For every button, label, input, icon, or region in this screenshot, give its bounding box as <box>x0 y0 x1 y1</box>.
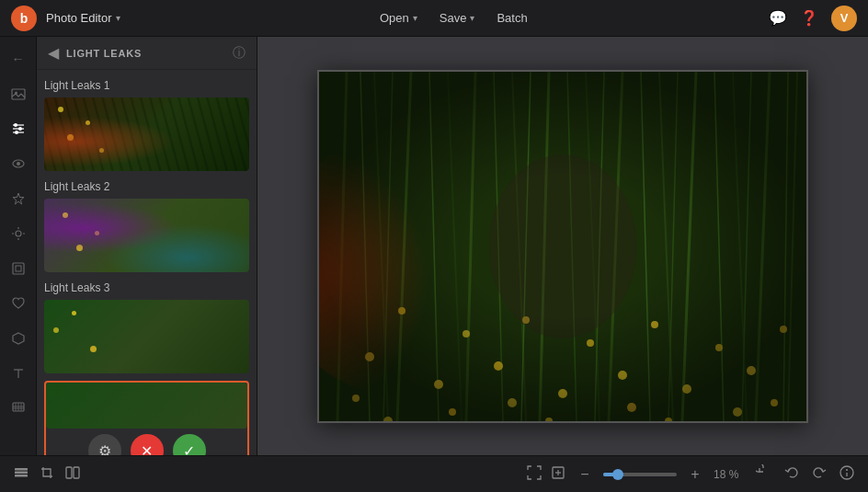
save-chevron-icon: ▾ <box>470 13 474 23</box>
svg-rect-16 <box>13 263 24 274</box>
help-icon[interactable]: ❓ <box>800 9 818 27</box>
topbar-center: Open ▾ Save ▾ Batch <box>139 11 769 25</box>
svg-marker-18 <box>13 333 24 344</box>
iconbar-image[interactable] <box>4 79 33 109</box>
iconbar-eye[interactable] <box>4 149 33 178</box>
iconbar-effects[interactable] <box>4 219 33 248</box>
panel-title: LIGHT LEAKS <box>66 48 225 59</box>
svg-rect-83 <box>66 467 72 478</box>
panel-info-button[interactable]: ⓘ <box>233 45 246 62</box>
chat-icon[interactable]: 💬 <box>769 9 787 27</box>
bottom-right-icons <box>756 464 855 484</box>
filter-thumb-4 <box>46 383 247 429</box>
redo-icon[interactable] <box>811 464 828 484</box>
open-button[interactable]: Open ▾ <box>380 11 417 25</box>
iconbar-shape[interactable] <box>4 324 33 353</box>
filter-thumb-2 <box>44 199 249 272</box>
canvas-area <box>257 37 868 455</box>
info-circle-icon[interactable] <box>839 464 855 484</box>
svg-rect-81 <box>15 472 28 475</box>
actual-size-icon[interactable] <box>550 464 566 484</box>
layers-icon[interactable] <box>13 464 29 484</box>
filter-item-2[interactable]: Light Leaks 2 <box>44 178 249 272</box>
open-label: Open <box>380 11 409 25</box>
svg-rect-17 <box>16 266 21 271</box>
undo-icon[interactable] <box>783 464 800 484</box>
zoom-slider[interactable] <box>603 473 677 476</box>
rotate-ccw-icon[interactable] <box>756 464 772 484</box>
filter-item-4[interactable]: ⚙ ✕ ✓ <box>44 381 249 455</box>
svg-rect-82 <box>15 468 28 471</box>
filter-settings-button[interactable]: ⚙ <box>88 434 121 455</box>
svg-rect-79 <box>319 72 806 421</box>
open-chevron-icon: ▾ <box>413 13 417 23</box>
svg-point-89 <box>846 469 848 471</box>
crop-icon[interactable] <box>39 464 55 484</box>
topbar: b Photo Editor ▾ Open ▾ Save ▾ Batch 💬 ❓… <box>0 0 868 37</box>
iconbar-heart[interactable] <box>4 289 33 318</box>
iconbar-adjust[interactable] <box>4 114 33 143</box>
svg-point-3 <box>14 123 17 127</box>
filter-thumb-3 <box>44 300 249 373</box>
panel-content: Light Leaks 1 Light Leaks 2 <box>37 70 257 455</box>
app-title-group[interactable]: Photo Editor ▾ <box>46 11 120 25</box>
filter-label-1: Light Leaks 1 <box>44 77 249 94</box>
filter-controls: ⚙ ✕ ✓ <box>46 429 247 455</box>
bottombar: − + 18 % <box>0 455 868 492</box>
filter-controls-buttons: ⚙ ✕ ✓ <box>88 434 206 455</box>
avatar-letter: V <box>840 11 849 25</box>
filter-thumb-1 <box>44 97 249 171</box>
zoom-controls: − + 18 % <box>526 463 747 486</box>
main-area: ← ◀ <box>0 37 868 455</box>
iconbar-border[interactable] <box>4 254 33 283</box>
filter-panel: ◀ LIGHT LEAKS ⓘ Light Leaks 1 Light Leak… <box>37 37 257 455</box>
photo-canvas <box>319 72 806 421</box>
svg-rect-0 <box>12 89 25 99</box>
app-title-chevron-icon: ▾ <box>116 13 120 23</box>
filter-confirm-button[interactable]: ✓ <box>173 434 206 455</box>
zoom-out-button[interactable]: − <box>574 463 596 486</box>
svg-point-9 <box>17 162 20 166</box>
canvas-wrapper <box>257 37 868 455</box>
logo-letter: b <box>20 11 29 26</box>
zoom-value: 18 % <box>714 468 747 481</box>
save-button[interactable]: Save ▾ <box>440 11 475 25</box>
app-title: Photo Editor <box>46 11 112 25</box>
svg-rect-80 <box>15 475 28 477</box>
iconbar-brush[interactable] <box>4 394 33 423</box>
filter-item-3[interactable]: Light Leaks 3 <box>44 280 249 373</box>
iconbar-star[interactable] <box>4 184 33 213</box>
svg-marker-10 <box>13 193 24 204</box>
app-logo[interactable]: b <box>11 6 37 31</box>
fit-screen-icon[interactable] <box>526 464 542 484</box>
filter-item-1[interactable]: Light Leaks 1 <box>44 77 249 171</box>
svg-point-7 <box>15 131 18 134</box>
avatar[interactable]: V <box>831 6 857 31</box>
svg-point-5 <box>18 127 22 131</box>
iconbar-text[interactable] <box>4 359 33 388</box>
zoom-in-button[interactable]: + <box>684 463 706 486</box>
topbar-right: 💬 ❓ V <box>769 6 857 31</box>
batch-label: Batch <box>497 11 527 25</box>
panel-header: ◀ LIGHT LEAKS ⓘ <box>37 37 257 70</box>
save-label: Save <box>440 11 467 25</box>
filter-cancel-button[interactable]: ✕ <box>131 434 164 455</box>
photo-frame <box>317 70 808 423</box>
svg-rect-84 <box>74 467 79 478</box>
compare-icon[interactable] <box>64 464 81 484</box>
photo-inner <box>319 72 806 421</box>
panel-back-button[interactable]: ◀ <box>48 44 59 62</box>
filter-label-3: Light Leaks 3 <box>44 280 249 296</box>
iconbar-back[interactable]: ← <box>4 44 33 74</box>
icon-bar: ← <box>0 37 37 455</box>
filter-label-2: Light Leaks 2 <box>44 178 249 195</box>
batch-button[interactable]: Batch <box>497 11 527 25</box>
svg-point-11 <box>16 231 21 236</box>
